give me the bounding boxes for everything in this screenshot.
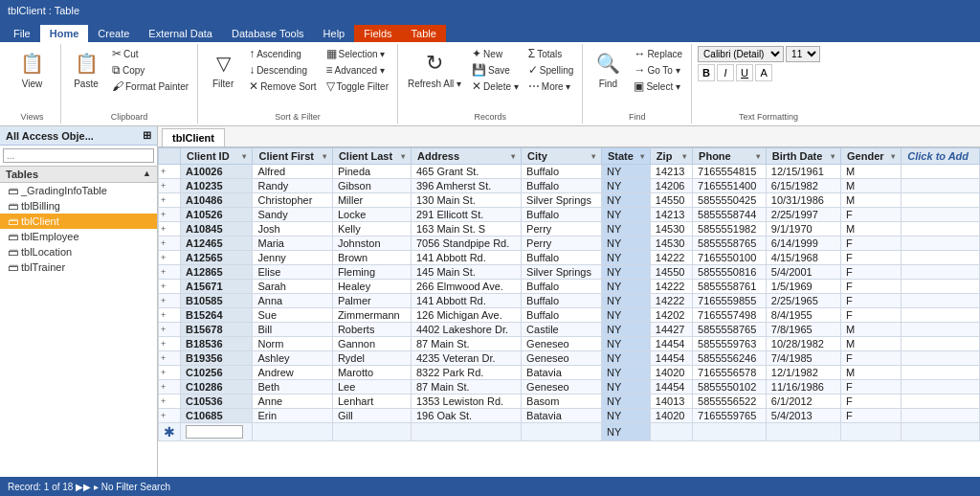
cell-zip[interactable]: 14454 <box>650 351 692 366</box>
cell-client-id[interactable]: C10536 <box>181 395 253 409</box>
table-row[interactable]: +A10526SandyLocke291 Ellicott St.Buffalo… <box>159 208 980 222</box>
cell-client-last[interactable]: Locke <box>332 208 411 222</box>
cell-zip[interactable]: 14020 <box>650 366 692 380</box>
cell-client-id[interactable]: A12565 <box>181 251 253 265</box>
row-expander[interactable]: + <box>159 265 181 280</box>
nav-item-employee[interactable]: 🗃 tblEmployee <box>0 229 157 244</box>
filter-button[interactable]: ▽ Filter <box>204 46 242 91</box>
cell-address[interactable]: 8322 Park Rd. <box>412 366 522 380</box>
cell-client-first[interactable]: Alfred <box>253 165 332 179</box>
cell-client-last[interactable]: Rydel <box>332 351 411 366</box>
row-expander[interactable]: + <box>159 179 181 193</box>
cell-birth-date[interactable]: 5/4/2001 <box>766 265 840 280</box>
cell-client-first[interactable]: Norm <box>253 337 332 351</box>
row-expander[interactable]: + <box>159 193 181 208</box>
col-client-last[interactable]: Client Last ▾ <box>332 148 411 165</box>
new-record-row[interactable]: ✱NY <box>159 423 980 441</box>
table-row[interactable]: +C10536AnneLenhart1353 Lewiston Rd.Basom… <box>159 395 980 409</box>
cell-client-first[interactable]: Erin <box>253 409 332 423</box>
table-row[interactable]: +A12465MariaJohnston7056 Standpipe Rd.Pe… <box>159 237 980 251</box>
cell-phone[interactable]: 7165557498 <box>693 308 767 323</box>
cell-client-first[interactable]: Anna <box>253 294 332 308</box>
table-row[interactable]: +A12565JennyBrown141 Abbott Rd.BuffaloNY… <box>159 251 980 265</box>
cell-click-to-add[interactable] <box>902 222 980 237</box>
cell-zip[interactable]: 14222 <box>650 280 692 294</box>
cell-client-id[interactable]: A12465 <box>181 237 253 251</box>
cell-address[interactable]: 465 Grant St. <box>412 165 522 179</box>
cell-state[interactable]: NY <box>601 208 650 222</box>
cell-birth-date[interactable]: 7/4/1985 <box>766 351 840 366</box>
cell-address[interactable]: 1353 Lewiston Rd. <box>412 395 522 409</box>
totals-button[interactable]: Σ Totals <box>525 46 577 61</box>
format-painter-button[interactable]: 🖌 Format Painter <box>109 79 191 94</box>
cell-client-first[interactable]: Ashley <box>253 351 332 366</box>
cell-birth-date[interactable]: 2/25/1965 <box>766 294 840 308</box>
cell-address[interactable]: 4235 Veteran Dr. <box>412 351 522 366</box>
cell-client-id[interactable]: C10256 <box>181 366 253 380</box>
cell-birth-date[interactable]: 6/15/1982 <box>766 179 840 193</box>
new-row-id-input[interactable] <box>186 425 243 439</box>
selection-button[interactable]: ▦ Selection ▾ <box>323 46 391 61</box>
cell-state[interactable]: NY <box>601 193 650 208</box>
cell-client-id[interactable]: A12865 <box>181 265 253 280</box>
cell-click-to-add[interactable] <box>902 337 980 351</box>
col-click-to-add[interactable]: Click to Add <box>902 148 980 165</box>
table-container[interactable]: Client ID ▾ Client First ▾ <box>158 147 980 477</box>
cell-city[interactable]: Geneseo <box>522 337 602 351</box>
cut-button[interactable]: ✂ Cut <box>109 46 191 61</box>
cell-phone[interactable]: 5855550816 <box>693 265 767 280</box>
cell-city[interactable]: Basom <box>522 395 602 409</box>
cell-client-first[interactable]: Josh <box>253 222 332 237</box>
cell-state[interactable]: NY <box>601 280 650 294</box>
row-expander[interactable]: + <box>159 351 181 366</box>
cell-gender[interactable]: F <box>841 237 902 251</box>
cell-client-id[interactable]: B18536 <box>181 337 253 351</box>
cell-state[interactable]: NY <box>601 323 650 337</box>
cell-gender[interactable]: M <box>841 366 902 380</box>
toggle-filter-button[interactable]: ▽ Toggle Filter <box>323 79 391 94</box>
cell-client-last[interactable]: Gill <box>332 409 411 423</box>
col-city[interactable]: City ▾ <box>522 148 602 165</box>
nav-item-grading[interactable]: 🗃 _GradingInfoTable <box>0 183 157 198</box>
cell-address[interactable]: 145 Main St. <box>412 265 522 280</box>
cell-client-last[interactable]: Fleming <box>332 265 411 280</box>
cell-address[interactable]: 196 Oak St. <box>412 409 522 423</box>
cell-phone[interactable]: 5855559763 <box>693 337 767 351</box>
cell-city[interactable]: Perry <box>522 222 602 237</box>
cell-phone[interactable]: 7165551400 <box>693 179 767 193</box>
cell-gender[interactable]: F <box>841 308 902 323</box>
cell-zip[interactable]: 14530 <box>650 237 692 251</box>
col-address[interactable]: Address ▾ <box>412 148 522 165</box>
new-record-button[interactable]: ✦ New <box>469 46 522 61</box>
cell-click-to-add[interactable] <box>902 294 980 308</box>
copy-button[interactable]: ⧉ Copy <box>109 62 191 78</box>
cell-birth-date[interactable]: 12/15/1961 <box>766 165 840 179</box>
cell-gender[interactable]: M <box>841 193 902 208</box>
cell-client-first[interactable]: Bill <box>253 323 332 337</box>
table-row[interactable]: +A10026AlfredPineda465 Grant St.BuffaloN… <box>159 165 980 179</box>
cell-client-first[interactable]: Anne <box>253 395 332 409</box>
cell-address[interactable]: 141 Abbott Rd. <box>412 294 522 308</box>
cell-city[interactable]: Buffalo <box>522 294 602 308</box>
cell-gender[interactable]: F <box>841 251 902 265</box>
row-expander[interactable]: + <box>159 208 181 222</box>
cell-client-last[interactable]: Brown <box>332 251 411 265</box>
advanced-button[interactable]: ≡ Advanced ▾ <box>323 62 391 78</box>
cell-client-first[interactable]: Randy <box>253 179 332 193</box>
table-row[interactable]: +A10486ChristopherMiller130 Main St.Silv… <box>159 193 980 208</box>
cell-phone[interactable]: 7165559765 <box>693 409 767 423</box>
cell-click-to-add[interactable] <box>902 280 980 294</box>
cell-city[interactable]: Castile <box>522 323 602 337</box>
cell-phone[interactable]: 7165556578 <box>693 366 767 380</box>
cell-phone[interactable]: 5855556522 <box>693 395 767 409</box>
cell-state[interactable]: NY <box>601 237 650 251</box>
cell-city[interactable]: Silver Springs <box>522 193 602 208</box>
save-record-button[interactable]: 💾 Save <box>469 62 522 78</box>
table-row[interactable]: +B15264SueZimmermann126 Michigan Ave.Buf… <box>159 308 980 323</box>
cell-zip[interactable]: 14454 <box>650 337 692 351</box>
cell-birth-date[interactable]: 1/5/1969 <box>766 280 840 294</box>
cell-client-first[interactable]: Sue <box>253 308 332 323</box>
cell-phone[interactable]: 7165554815 <box>693 165 767 179</box>
cell-address[interactable]: 87 Main St. <box>412 380 522 395</box>
cell-client-first[interactable]: Sarah <box>253 280 332 294</box>
